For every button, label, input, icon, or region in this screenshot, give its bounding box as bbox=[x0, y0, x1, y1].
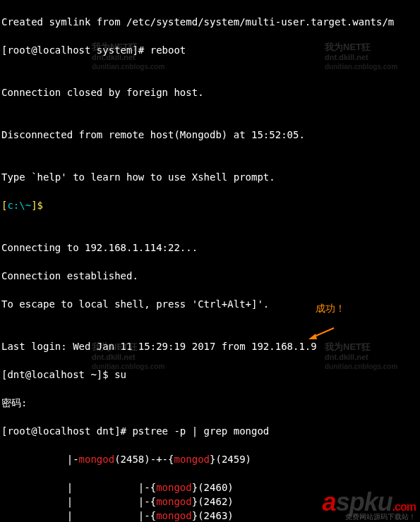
cmd-reboot: reboot bbox=[150, 44, 186, 56]
line-su: [dnt@localhost ~]$ su bbox=[1, 368, 419, 382]
line-type-help: Type `help' to learn how to use Xshell p… bbox=[1, 170, 419, 184]
prompt-root-system: [root@localhost system]# bbox=[1, 44, 150, 56]
cmd-su: su bbox=[114, 369, 126, 380]
line-passwd: 密码: bbox=[1, 396, 419, 410]
prompt-root-dnt: [root@localhost dnt]# bbox=[1, 425, 132, 437]
line-escape: To escape to local shell, press 'Ctrl+Al… bbox=[1, 297, 419, 311]
logo-spku: spku bbox=[336, 487, 392, 516]
line-last-login: Last login: Wed Jan 11 15:29:19 2017 fro… bbox=[1, 339, 419, 353]
tree-first: |-mongod(2458)-+-{mongod}(2459) bbox=[1, 452, 419, 466]
pid: 2460 bbox=[204, 482, 228, 493]
match-mongod: mongod bbox=[156, 496, 192, 507]
match-mongod: mongod bbox=[156, 510, 192, 521]
cmd-pstree: pstree -p | grep mongod bbox=[132, 425, 269, 437]
success-annotation: 成功！ bbox=[316, 301, 345, 315]
bracket-close: ] bbox=[31, 200, 37, 211]
pid: 2459 bbox=[222, 454, 246, 465]
line-conn-closed: Connection closed by foreign host. bbox=[1, 85, 419, 99]
match-mongod: mongod bbox=[156, 482, 192, 493]
prompt-dnt: [dnt@localhost ~]$ bbox=[1, 369, 114, 380]
dollar: $ bbox=[37, 200, 49, 211]
logo-com: .com bbox=[392, 501, 416, 513]
match-mongod: mongod bbox=[174, 454, 210, 465]
line-pstree: [root@localhost dnt]# pstree -p | grep m… bbox=[1, 424, 419, 438]
line-top-cut: Created symlink from /etc/systemd/system… bbox=[1, 15, 419, 29]
aspku-logo: aspku.com 免费网站源码下载站！ bbox=[323, 490, 416, 521]
logo-a: a bbox=[323, 487, 336, 516]
line-conn-est: Connection established. bbox=[1, 269, 419, 283]
line-reboot: [root@localhost system]# reboot bbox=[1, 43, 419, 57]
terminal[interactable]: Created symlink from /etc/systemd/system… bbox=[0, 0, 420, 522]
pid: 2462 bbox=[204, 496, 228, 507]
line-disconnected: Disconnected from remote host(Mongodb) a… bbox=[1, 128, 419, 142]
line-connecting: Connecting to 192.168.1.114:22... bbox=[1, 241, 419, 255]
match-mongod: mongod bbox=[79, 454, 115, 465]
pid: 2463 bbox=[204, 510, 228, 521]
c-path: c:\~ bbox=[7, 200, 31, 211]
line-cprompt: [c:\~]$ bbox=[1, 198, 419, 212]
